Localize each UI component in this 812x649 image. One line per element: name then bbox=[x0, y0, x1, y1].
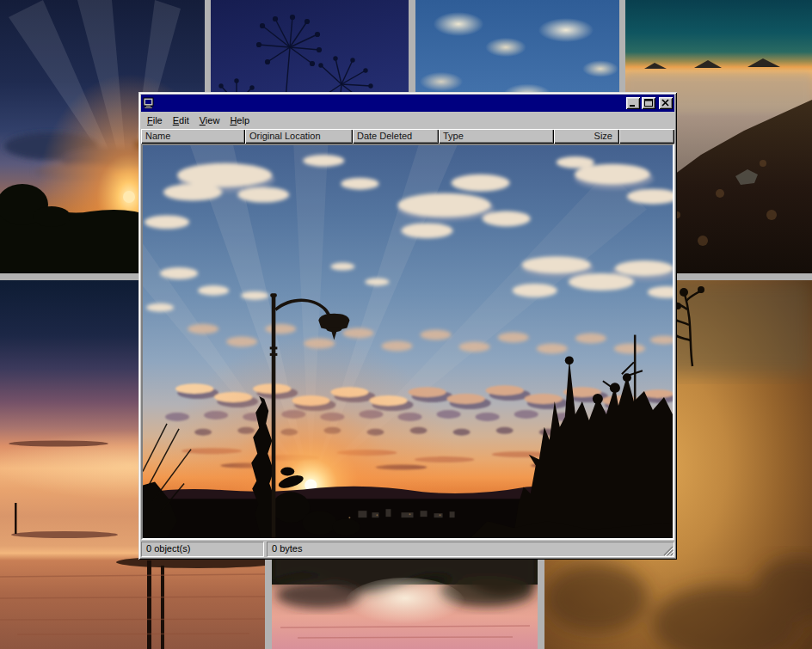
maximize-icon bbox=[642, 97, 655, 109]
status-bytes-text: 0 bytes bbox=[272, 543, 302, 554]
column-header-name[interactable]: Name bbox=[141, 129, 245, 144]
column-header-date-deleted[interactable]: Date Deleted bbox=[353, 129, 439, 144]
column-header-filler[interactable] bbox=[619, 129, 674, 144]
menu-view[interactable]: View bbox=[194, 113, 225, 128]
column-header-type[interactable]: Type bbox=[439, 129, 554, 144]
application-window-icon bbox=[143, 97, 156, 109]
minimize-button[interactable] bbox=[626, 97, 640, 109]
sunset-lamppost-photo bbox=[143, 145, 673, 538]
status-bar: 0 object(s) 0 bytes bbox=[141, 540, 674, 557]
status-bytes: 0 bytes bbox=[267, 542, 674, 557]
column-header-original-location[interactable]: Original Location bbox=[245, 129, 353, 144]
column-headers: Name Original Location Date Deleted Type… bbox=[141, 129, 674, 144]
close-icon bbox=[659, 97, 673, 109]
menu-bar: File Edit View Help bbox=[141, 112, 674, 129]
resize-grip[interactable] bbox=[662, 545, 674, 556]
recycle-bin-window: File Edit View Help Name Original Locati… bbox=[138, 92, 677, 560]
minimize-icon bbox=[626, 97, 640, 109]
menu-help[interactable]: Help bbox=[225, 113, 255, 128]
close-button[interactable] bbox=[659, 97, 673, 109]
file-list-area[interactable] bbox=[141, 144, 674, 540]
menu-file[interactable]: File bbox=[142, 113, 168, 128]
maximize-button[interactable] bbox=[642, 97, 655, 109]
menu-edit[interactable]: Edit bbox=[168, 113, 194, 128]
column-header-size[interactable]: Size bbox=[554, 129, 619, 144]
titlebar[interactable] bbox=[141, 95, 674, 112]
status-object-count: 0 object(s) bbox=[141, 542, 264, 557]
